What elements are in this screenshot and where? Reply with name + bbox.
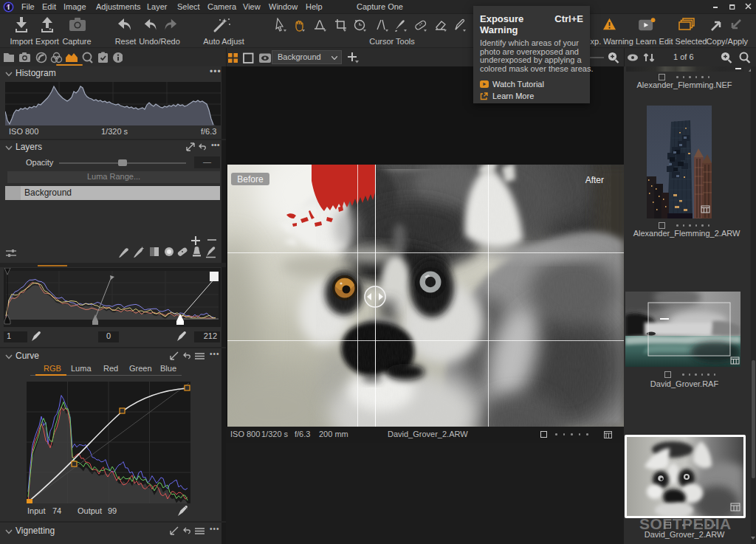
svg-text:Before: Before xyxy=(237,174,264,185)
svg-text:After: After xyxy=(585,175,604,185)
